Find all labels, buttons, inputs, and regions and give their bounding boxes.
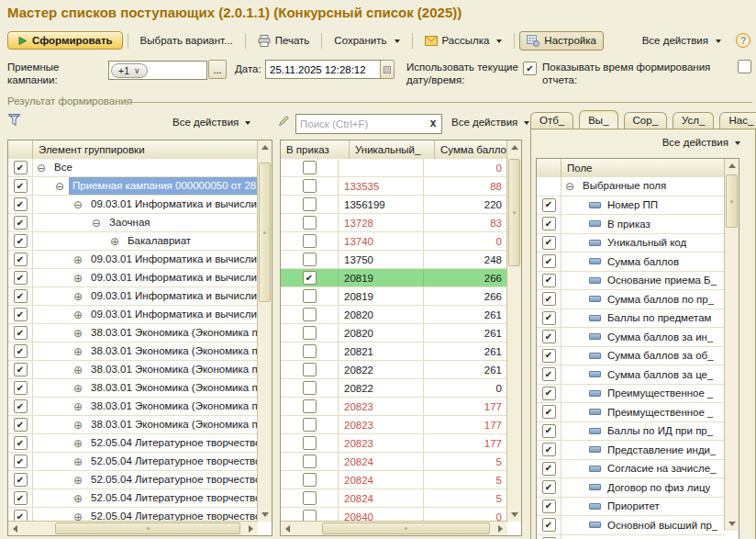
settings-tab[interactable]: Усл_: [673, 112, 714, 129]
campaigns-more-button[interactable]: ...: [208, 60, 227, 79]
tree-row-label[interactable]: Бакалавриат: [124, 232, 258, 250]
settings-button[interactable]: Настройка: [519, 31, 604, 51]
field-label[interactable]: Сумма баллов за ин_: [607, 331, 713, 342]
table-row[interactable]: 208220: [281, 379, 507, 398]
tree-row-label[interactable]: 09.03.01 Информатика и вычислите: [87, 269, 258, 286]
tree-row[interactable]: ✔⊕09.03.01 Информатика и вычислите: [8, 287, 258, 306]
tree-row-checkbox[interactable]: ✔: [14, 179, 28, 193]
tree-row-checkbox[interactable]: ✔: [14, 491, 28, 505]
campaigns-combo[interactable]: +1 ∨: [108, 61, 207, 80]
field-checkbox[interactable]: ✔: [542, 236, 556, 250]
in-order-checkbox[interactable]: [303, 161, 317, 174]
main-all-actions-button[interactable]: Все действия: [635, 31, 728, 50]
scroll-down-arrow[interactable]: [725, 517, 739, 531]
tree-row-label[interactable]: 38.03.01 Экономика (Экономика пре: [87, 361, 258, 378]
choose-variant-button[interactable]: Выбрать вариант...: [133, 31, 240, 50]
tree-row-label[interactable]: 52.05.04 Литературное творчество (: [87, 489, 258, 507]
filter-funnel-icon[interactable]: [7, 113, 22, 129]
score-column-header[interactable]: Сумма баллов: [435, 140, 507, 159]
field-checkbox[interactable]: ✔: [542, 254, 556, 268]
tree-row-checkbox[interactable]: ✔: [14, 161, 28, 174]
tree-row[interactable]: ✔⊖Заочная: [8, 214, 258, 232]
table-row[interactable]: 13353588: [281, 177, 507, 196]
field-row[interactable]: ✔Сумма баллов по пр_: [537, 290, 725, 309]
save-button[interactable]: Сохранить: [327, 31, 406, 50]
collapse-minus-icon[interactable]: ⊖: [73, 199, 83, 210]
tree-row-checkbox[interactable]: ✔: [14, 436, 28, 450]
scrollbar-thumb[interactable]: [726, 174, 738, 228]
tree-row[interactable]: ✔⊕09.03.01 Информатика и вычислите: [8, 306, 258, 324]
table-row[interactable]: 20820261: [281, 306, 507, 324]
tree-row-checkbox[interactable]: ✔: [14, 363, 28, 376]
in-order-checkbox[interactable]: [303, 491, 317, 505]
tree-row-checkbox[interactable]: ✔: [14, 326, 28, 340]
expand-plus-icon[interactable]: ⊕: [73, 438, 83, 449]
in-order-checkbox[interactable]: [303, 455, 317, 468]
field-checkbox[interactable]: ✔: [542, 330, 556, 343]
field-checkbox[interactable]: ✔: [542, 518, 556, 532]
in-order-checkbox[interactable]: [303, 399, 317, 413]
horizontal-scrollbar[interactable]: [281, 521, 507, 535]
field-label[interactable]: Договор по физ лицу: [607, 482, 710, 493]
field-checkbox[interactable]: ✔: [542, 217, 556, 230]
vertical-scrollbar[interactable]: [506, 140, 521, 522]
field-row[interactable]: ✔Приоритет: [537, 498, 725, 517]
in-order-checkbox[interactable]: [303, 418, 317, 432]
field-row[interactable]: ✔Представление инди_: [537, 441, 725, 460]
in-order-checkbox[interactable]: [303, 381, 317, 395]
table-row[interactable]: 1372883: [281, 214, 507, 232]
field-checkbox[interactable]: ✔: [542, 274, 556, 287]
scroll-down-arrow[interactable]: [507, 508, 521, 522]
tree-row-label[interactable]: 52.05.04 Литературное творчество (: [87, 508, 258, 522]
expand-plus-icon[interactable]: ⊕: [110, 236, 119, 247]
unique-code-column-header[interactable]: Уникальный_: [350, 140, 435, 159]
field-label[interactable]: Сумма баллов по пр_: [607, 294, 714, 305]
expand-plus-icon[interactable]: ⊕: [73, 309, 83, 320]
fields-group-label[interactable]: Выбранные поля: [579, 177, 725, 195]
field-row[interactable]: ✔Согласие на зачисле_: [537, 460, 725, 479]
field-row[interactable]: ✔Основной высший пр_: [537, 516, 725, 535]
table-row[interactable]: 13750248: [281, 251, 507, 269]
tree-row[interactable]: ✔⊕Бакалавриат: [8, 232, 258, 251]
tree-row-label[interactable]: 52.05.04 Литературное творчество (: [87, 471, 258, 488]
tree-row-label[interactable]: 52.05.04 Литературное творчество (: [87, 453, 258, 470]
field-label[interactable]: В приказ: [607, 219, 650, 230]
fields-group-row[interactable]: ⊖Выбранные поля: [537, 177, 725, 197]
field-label[interactable]: Согласие на зачисле_: [607, 463, 717, 474]
field-label[interactable]: Основной высший пр_: [607, 520, 717, 531]
field-checkbox[interactable]: ✔: [542, 424, 556, 438]
field-column-header[interactable]: Поле: [561, 159, 598, 177]
scrollbar-thumb[interactable]: [508, 159, 520, 266]
in-order-checkbox[interactable]: [303, 216, 317, 230]
table-row[interactable]: 20823177: [281, 416, 507, 434]
tree-row-checkbox[interactable]: ✔: [14, 216, 28, 230]
scrollbar-thumb[interactable]: [55, 522, 240, 534]
field-checkbox[interactable]: ✔: [542, 311, 556, 325]
list-all-actions-button[interactable]: Все действия: [451, 117, 529, 128]
collapse-minus-icon[interactable]: ⊖: [92, 218, 101, 229]
tree-row-label[interactable]: 52.05.04 Литературное творчество (: [87, 434, 258, 452]
table-row[interactable]: 0: [281, 159, 507, 177]
in-order-checkbox[interactable]: [303, 197, 317, 211]
generate-button[interactable]: Сформировать: [7, 31, 123, 50]
field-checkbox[interactable]: ✔: [542, 292, 556, 306]
tree-row[interactable]: ✔⊕38.03.01 Экономика (Экономика пре: [8, 379, 258, 398]
vertical-scrollbar[interactable]: [724, 159, 739, 531]
tree-row[interactable]: ✔⊕38.03.01 Экономика (Экономика пре: [8, 342, 258, 361]
expand-plus-icon[interactable]: ⊕: [73, 475, 83, 486]
horizontal-scrollbar[interactable]: [8, 521, 258, 535]
field-label[interactable]: Номер ПП: [607, 199, 658, 210]
scroll-up-arrow[interactable]: [258, 140, 272, 154]
tree-row[interactable]: ✔⊕38.03.01 Экономика (Экономика пре: [8, 398, 258, 416]
field-row[interactable]: ✔Номер ПП: [537, 197, 725, 216]
field-row[interactable]: ✔Уникальный код: [537, 234, 725, 253]
in-order-checkbox[interactable]: [303, 344, 317, 358]
field-checkbox[interactable]: ✔: [542, 405, 556, 419]
date-field[interactable]: [265, 60, 381, 79]
tree-row[interactable]: ✔⊕52.05.04 Литературное творчество (: [8, 508, 258, 522]
expand-plus-icon[interactable]: ⊕: [73, 365, 83, 376]
date-picker-button[interactable]: [380, 60, 395, 79]
settings-tab[interactable]: Вы_: [579, 110, 617, 129]
field-label[interactable]: Приоритет: [607, 500, 660, 511]
field-checkbox[interactable]: ✔: [542, 500, 556, 513]
